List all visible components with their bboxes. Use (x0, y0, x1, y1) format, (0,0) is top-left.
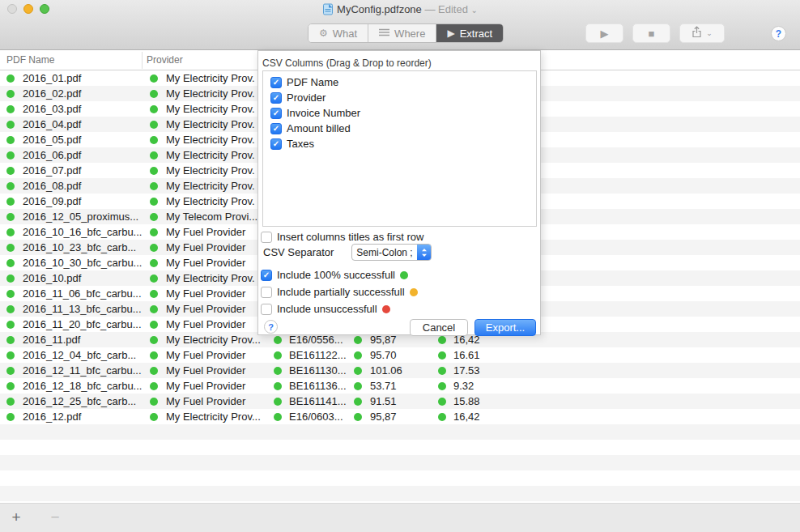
include-option-checkbox[interactable] (261, 270, 272, 281)
play-icon: ▶ (601, 28, 609, 40)
cell-taxes: 16.61 (453, 349, 480, 361)
status-dot (354, 351, 362, 360)
tab-where[interactable]: Where (368, 24, 436, 42)
cell-taxes: 15.88 (453, 395, 480, 407)
cell-pdf: 2016_02.pdf (23, 87, 81, 100)
status-dot (150, 90, 158, 98)
cell-provider: My Fuel Provider (166, 395, 245, 407)
csv-column-checkbox[interactable] (270, 92, 282, 104)
cell-provider: My Fuel Provider (166, 241, 245, 253)
status-dot (6, 167, 15, 175)
cell-amount: 101.06 (370, 364, 402, 377)
table-row[interactable]: 2016_12_18_bfc_carbu...My Fuel ProviderB… (0, 378, 800, 394)
column-header-pdf-name[interactable]: PDF Name (6, 54, 54, 66)
csv-separator-label: CSV Separator (263, 246, 334, 258)
cancel-button[interactable]: Cancel (410, 319, 468, 336)
csv-column-checkbox[interactable] (270, 108, 282, 119)
status-dot (150, 259, 158, 267)
table-row[interactable]: 2016_12_04_bfc_carb...My Fuel ProviderBE… (0, 347, 800, 363)
include-option-checkbox[interactable] (261, 287, 272, 298)
cell-pdf: 2016_12.pdf (23, 411, 81, 423)
status-dot (6, 290, 15, 298)
include-option[interactable]: Include unsuccessfull (261, 300, 418, 317)
stepper-icon (417, 245, 431, 260)
csv-column-label: Amount billed (287, 122, 351, 134)
cell-provider: My Fuel Provider (166, 364, 245, 377)
status-dot (150, 121, 158, 129)
csv-column-item[interactable]: Amount billed (263, 121, 536, 136)
cell-pdf: 2016_04.pdf (23, 118, 81, 130)
cell-provider: My Electricity Prov. (166, 72, 255, 84)
cell-pdf: 2016_10_16_bfc_carbu... (23, 226, 142, 238)
cell-pdf: 2016_03.pdf (23, 103, 81, 115)
csv-separator-select[interactable]: Semi-Colon ; (351, 244, 432, 261)
status-dot (150, 382, 158, 390)
cell-provider: My Telecom Provi... (166, 211, 257, 223)
include-option-checkbox[interactable] (261, 304, 272, 315)
insert-titles-row: Insert columns titles as first row (261, 231, 423, 243)
column-header-provider[interactable]: Provider (147, 54, 183, 66)
toolbar-help-button[interactable]: ? (771, 26, 786, 41)
dialog-help-button[interactable]: ? (264, 320, 278, 334)
status-dot (6, 90, 15, 98)
status-dot (150, 305, 158, 313)
status-dot (6, 382, 15, 390)
window-edited-status[interactable]: — Edited ⌄ (424, 3, 478, 15)
title-chevron-icon: ⌄ (471, 6, 478, 15)
status-dot (150, 367, 158, 375)
table-row[interactable]: 2016_12.pdfMy Electricity Prov...E16/060… (0, 409, 800, 424)
cell-provider: My Electricity Prov... (166, 411, 261, 423)
run-button[interactable]: ▶ (585, 23, 623, 43)
status-dot (438, 336, 446, 344)
status-dot (274, 351, 282, 360)
include-option[interactable]: Include 100% successfull (261, 266, 418, 283)
csv-column-checkbox[interactable] (270, 138, 282, 150)
csv-column-checkbox[interactable] (270, 77, 282, 88)
insert-titles-label: Insert columns titles as first row (277, 231, 423, 243)
table-row[interactable]: 2016_12_25_bfc_carb...My Fuel ProviderBE… (0, 394, 800, 409)
csv-column-item[interactable]: PDF Name (263, 74, 536, 90)
table-row[interactable]: 2016_12_11_bfc_carbu...My Fuel ProviderB… (0, 363, 800, 378)
include-option[interactable]: Include partially successfull (261, 283, 418, 300)
cell-invoice: E16/0603... (289, 411, 343, 423)
column-separator[interactable] (142, 52, 143, 69)
cell-invoice: BE161122... (289, 349, 347, 361)
cell-pdf: 2016_10_30_bfc_carbu... (23, 257, 142, 269)
status-dot (150, 275, 158, 283)
window-chrome: MyConfig.pdfzone — Edited ⌄ ⚙ What Where… (0, 0, 800, 50)
cell-provider: My Fuel Provider (166, 303, 245, 315)
cell-provider: My Electricity Prov. (166, 87, 255, 100)
stop-button[interactable]: ■ (632, 23, 670, 43)
cell-amount: 95.70 (370, 349, 397, 361)
status-legend-dot (400, 271, 408, 279)
status-dot (150, 228, 158, 236)
remove-button[interactable]: − (44, 507, 66, 528)
status-dot (6, 275, 15, 283)
csv-column-checkbox[interactable] (270, 123, 282, 134)
tab-extract[interactable]: ▶ Extract (436, 24, 503, 42)
cell-provider: My Fuel Provider (166, 226, 245, 238)
include-options: Include 100% successfullInclude partiall… (261, 266, 418, 317)
cell-provider: My Fuel Provider (166, 257, 245, 269)
status-dot (438, 351, 446, 360)
csv-column-item[interactable]: Provider (263, 90, 536, 105)
empty-row (0, 440, 800, 455)
cell-pdf: 2016_10.pdf (23, 272, 81, 284)
cell-provider: My Electricity Prov. (166, 118, 255, 130)
status-dot (150, 336, 158, 344)
status-dot (150, 398, 158, 406)
csv-column-item[interactable]: Invoice Number (263, 105, 536, 121)
tab-what[interactable]: ⚙ What (309, 24, 368, 42)
cell-provider: My Fuel Provider (166, 380, 245, 392)
cell-pdf: 2016_11_20_bfc_carbu... (23, 318, 142, 330)
gear-icon: ⚙ (319, 28, 328, 38)
add-button[interactable]: + (5, 507, 28, 528)
status-dot (150, 244, 158, 252)
share-button[interactable]: ⌄ (679, 23, 725, 43)
cell-pdf: 2016_10_23_bfc_carb... (23, 241, 136, 253)
status-dot (150, 74, 158, 83)
csv-column-item[interactable]: Taxes (263, 136, 536, 151)
export-button[interactable]: Export... (474, 319, 536, 336)
csv-column-label: Taxes (287, 138, 314, 150)
insert-titles-checkbox[interactable] (261, 232, 272, 243)
